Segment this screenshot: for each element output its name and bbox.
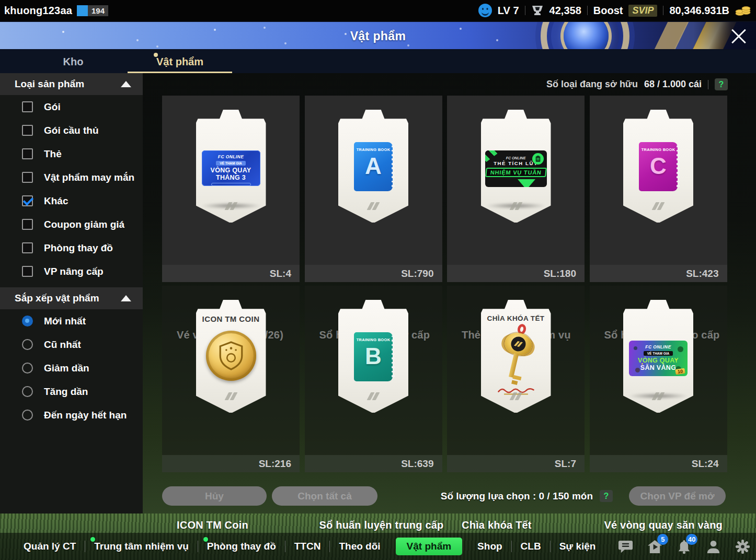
ticket-badge: VÉ THAM GIA: [644, 351, 673, 356]
open-items-button[interactable]: Chọn VP để mở: [629, 486, 726, 506]
item-title: Sổ huấn luyện trung cấp: [319, 519, 444, 531]
sort-tang-dan[interactable]: Tăng dần: [0, 380, 143, 403]
username: khuong123aa: [4, 5, 72, 17]
help-icon[interactable]: ?: [600, 490, 613, 502]
item-card-the-tich-luy[interactable]: FC ONLINE THẺ TÍCH LŨY NHIỆM VỤ TUẦN Thẻ…: [447, 96, 585, 282]
flag-icon: [77, 5, 88, 16]
fc-logo-icon: [511, 202, 520, 210]
clubhouse-badge: 5: [657, 534, 668, 545]
nav-quan-ly-ct[interactable]: Quản lý CT: [15, 541, 85, 552]
sort-label: Tăng dần: [44, 386, 88, 398]
sort-cu-nhat[interactable]: Cũ nhất: [0, 333, 143, 356]
book-label: TRAINING BOOK: [357, 147, 391, 152]
spacer: [0, 283, 143, 287]
checkbox[interactable]: [22, 219, 33, 230]
book-letter: A: [365, 153, 382, 179]
user-badge-number: 194: [88, 5, 108, 16]
filter-goi[interactable]: Gói: [0, 95, 143, 119]
sort-giam-dan[interactable]: Giảm dần: [0, 356, 143, 380]
emoji-face-icon: [478, 4, 492, 17]
card-line2: NHIỆM VỤ TUẦN: [485, 168, 547, 177]
checkbox[interactable]: [22, 266, 33, 277]
nav-theo-doi[interactable]: Theo dõi: [330, 541, 389, 552]
checkbox[interactable]: [22, 101, 33, 112]
settings-gear-icon[interactable]: [735, 539, 751, 555]
filter-phong-thay-do[interactable]: Phòng thay đồ: [0, 236, 143, 260]
book-letter: B: [365, 343, 382, 369]
white-card: TRAINING BOOK A: [338, 110, 408, 223]
sort-moi-nhat[interactable]: Mới nhất: [0, 309, 143, 333]
item-card-icon-tm-coin[interactable]: ICON TM COIN ICON TM Coin SL:216: [162, 286, 300, 472]
checkbox[interactable]: [22, 125, 33, 136]
item-art: ICON TM COIN: [162, 286, 300, 421]
owned-count-value: 68 / 1.000 cái: [644, 79, 702, 90]
item-quantity: SL:639: [305, 455, 442, 472]
item-card-ve-san-vang[interactable]: FC ONLINE VÉ THAM GIA VÒNG QUAY SĂN VÀNG…: [590, 286, 727, 472]
checkbox[interactable]: [22, 242, 33, 253]
select-all-button[interactable]: Chọn tất cả: [272, 486, 377, 506]
filter-the[interactable]: Thẻ: [0, 142, 143, 166]
sort-label: Đến ngày hết hạn: [44, 410, 127, 421]
filter-khac[interactable]: Khác: [0, 189, 143, 213]
book-label: TRAINING BOOK: [642, 147, 675, 152]
item-quantity: SL:790: [305, 265, 442, 282]
radio-selected[interactable]: [22, 316, 33, 326]
checkbox[interactable]: [22, 148, 33, 159]
collapse-triangle-icon: [121, 81, 131, 87]
clubhouse-icon[interactable]: 5: [647, 539, 663, 555]
nav-shop[interactable]: Shop: [468, 541, 511, 552]
nav-ttcn[interactable]: TTCN: [285, 541, 330, 552]
filter-goi-cau-thu[interactable]: Gói cầu thủ: [0, 119, 143, 142]
radio[interactable]: [22, 410, 33, 421]
filter-vp-nang-cap[interactable]: VP nâng cấp: [0, 260, 143, 283]
dialog-title: Vật phẩm: [0, 22, 756, 50]
item-card-so-trung-cap[interactable]: TRAINING BOOK B Sổ huấn luyện trung cấp …: [305, 286, 442, 472]
white-card: CHÌA KHÓA TẾT: [481, 300, 551, 413]
cancel-button[interactable]: Hủy: [162, 486, 267, 506]
checkbox-checked[interactable]: [22, 195, 33, 206]
ticket-line1: VÒNG QUAY: [211, 167, 251, 174]
chat-icon[interactable]: [617, 539, 634, 555]
filter-label: Phòng thay đồ: [44, 242, 113, 254]
sort-section-header[interactable]: Sắp xếp vật phẩm: [0, 287, 143, 309]
nav-vat-pham-active[interactable]: Vật phẩm: [396, 538, 463, 555]
item-card-so-so-cap[interactable]: TRAINING BOOK A Sổ huấn luyện sơ cấp SL:…: [305, 96, 442, 282]
item-quantity: SL:423: [590, 265, 727, 282]
checkbox[interactable]: [22, 172, 33, 183]
tab-bar: Kho Vật phẩm: [0, 50, 756, 73]
close-icon[interactable]: [730, 28, 748, 45]
tab-kho[interactable]: Kho: [16, 50, 131, 73]
sort-den-ngay-het-han[interactable]: Đến ngày hết hạn: [0, 403, 143, 427]
filter-section-title: Loại sản phẩm: [15, 78, 84, 90]
item-card-chia-khoa-tet[interactable]: CHÌA KHÓA TẾT Chìa khóa Tết SL:7: [447, 286, 585, 472]
card-line1: THẺ TÍCH LŨY: [494, 160, 538, 166]
book-label: TRAINING BOOK: [357, 337, 391, 342]
nav-trung-tam-nhiem-vu[interactable]: Trung tâm nhiệm vụ: [85, 541, 198, 552]
training-book-b-art: TRAINING BOOK B: [354, 332, 393, 381]
nav-phong-thay-do[interactable]: Phòng thay đồ: [198, 541, 285, 552]
tab-vat-pham[interactable]: Vật phẩm: [128, 50, 232, 73]
ticket-strip-decor: [211, 183, 251, 186]
filter-coupon[interactable]: Coupon giảm giá: [0, 213, 143, 236]
item-quantity: SL:24: [590, 455, 727, 472]
brand-logo-text: FC ONLINE: [645, 344, 671, 349]
nav-su-kien[interactable]: Sự kiện: [551, 541, 605, 552]
item-card-ve-vong-quay[interactable]: FC ONLINE VÉ THAM GIA VÒNG QUAY THÁNG 3 …: [162, 96, 300, 282]
item-title: Vé vòng quay săn vàng: [604, 519, 723, 531]
sort-section-title: Sắp xếp vật phẩm: [15, 293, 99, 304]
profile-icon[interactable]: [705, 539, 721, 555]
ticket-line2: SĂN VÀNG: [640, 364, 676, 371]
item-card-so-cao-cap[interactable]: TRAINING BOOK C Sổ huấn luyện cao cấp SL…: [590, 96, 727, 282]
help-icon[interactable]: ?: [715, 78, 728, 90]
radio[interactable]: [22, 363, 33, 374]
nav-clb[interactable]: CLB: [512, 541, 550, 552]
filter-vat-pham-may-man[interactable]: Vật phẩm may mắn: [0, 166, 143, 189]
radio[interactable]: [22, 386, 33, 397]
book-letter: C: [650, 153, 667, 179]
radio[interactable]: [22, 339, 33, 350]
gold-coin-art: [206, 331, 256, 381]
filter-section-header[interactable]: Loại sản phẩm: [0, 73, 143, 95]
divider: [525, 6, 525, 15]
trophy-count: 42,358: [549, 5, 581, 17]
bell-icon[interactable]: 40: [676, 539, 692, 555]
